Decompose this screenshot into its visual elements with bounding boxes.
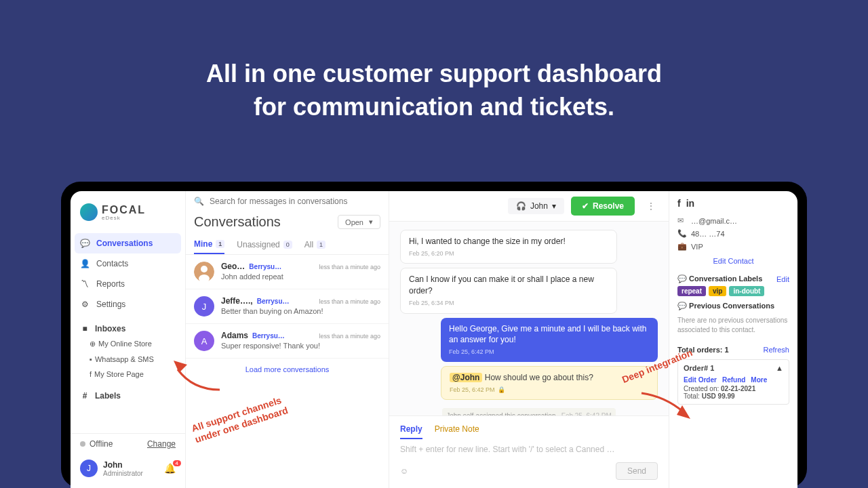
user-name: John [103, 460, 143, 470]
status-dot-icon [80, 441, 85, 447]
system-message: John self-assigned this conversation Feb… [442, 408, 615, 415]
app-frame: FOCAL eDesk 💬 Conversations 👤 Contacts 〽… [61, 182, 807, 488]
sms-icon: ▪ [90, 355, 92, 363]
chat-column: 🎧 John ▾ ✔ Resolve ⋮ Hi, I wanted to cha… [389, 191, 669, 488]
conversation-tabs: Mine1 Unassigned0 All1 [186, 235, 389, 255]
edit-order-link[interactable]: Edit Order [684, 376, 717, 384]
order-toggle[interactable]: Order# 1▲ [684, 364, 783, 372]
details-column: f in ✉…@gmail.c… 📞48… …74 💼VIP Edit Cont… [669, 191, 797, 488]
chart-icon: 〽 [80, 279, 90, 289]
label-repeat[interactable]: repeat [677, 286, 706, 296]
sliders-icon: ⚙ [80, 300, 90, 309]
inbox-whatsapp-sms[interactable]: ▪Whatsapp & SMS [71, 352, 185, 367]
status-row: Offline Change [71, 433, 185, 454]
chat-header: 🎧 John ▾ ✔ Resolve ⋮ [389, 191, 669, 222]
nav-contacts[interactable]: 👤 Contacts [71, 253, 185, 274]
conversation-item[interactable]: J Jeffe….,Berrysu…less than a minute ago… [186, 289, 389, 324]
order-more-link[interactable]: More [751, 376, 767, 384]
assignee-dropdown[interactable]: 🎧 John ▾ [508, 198, 564, 214]
nav-conversations[interactable]: 💬 Conversations [75, 233, 181, 253]
chevron-up-icon: ▲ [776, 364, 783, 372]
briefcase-icon: 💼 [677, 242, 686, 251]
reply-input[interactable]: Shift + enter for new line. Start with '… [400, 445, 658, 458]
send-button[interactable]: Send [616, 462, 658, 480]
chevron-down-icon: ▾ [552, 201, 556, 211]
tab-private-note[interactable]: Private Note [435, 422, 479, 439]
refresh-orders-link[interactable]: Refresh [763, 346, 789, 354]
globe-icon: ⊕ [90, 340, 96, 348]
tab-mine[interactable]: Mine1 [194, 235, 224, 254]
label-in-doubt[interactable]: in-doubt [729, 286, 764, 296]
reply-tabs: Reply Private Note [389, 415, 669, 439]
nav-inboxes-header[interactable]: ■ Inboxes [71, 314, 185, 336]
avatar: J [194, 296, 214, 317]
conversation-item[interactable]: A AdamsBerrysu…less than a minute ago Su… [186, 324, 389, 359]
check-icon: ✔ [582, 201, 589, 211]
conversations-column: 🔍 Conversations Open▾ Mine1 Unassigned0 … [186, 191, 389, 488]
inbox-online-store[interactable]: ⊕My Online Store [71, 336, 185, 352]
labels-header: 💬 Conversation Labels Edit [677, 269, 789, 286]
app: FOCAL eDesk 💬 Conversations 👤 Contacts 〽… [71, 191, 797, 488]
label-vip[interactable]: vip [709, 286, 726, 296]
tab-reply[interactable]: Reply [400, 422, 422, 439]
more-menu-button[interactable]: ⋮ [642, 199, 660, 214]
message-inbound: Can I know if you can make it or shall I… [400, 268, 617, 313]
emoji-icon[interactable]: ☺ [400, 466, 408, 476]
contact-phone: 48… …74 [691, 230, 725, 238]
search-icon: 🔍 [194, 197, 204, 206]
contact-email: …@gmail.c… [691, 217, 737, 225]
logo-text: FOCAL [102, 204, 146, 216]
folder-icon: ■ [80, 324, 90, 333]
nav-settings[interactable]: ⚙ Settings [71, 294, 185, 314]
sidebar: FOCAL eDesk 💬 Conversations 👤 Contacts 〽… [71, 191, 186, 488]
prev-conv-header: 💬 Previous Conversations [677, 296, 789, 313]
nav-labels-header[interactable]: # Labels [71, 382, 185, 403]
labels: repeat vip in-doubt [677, 286, 789, 296]
conversations-title: Conversations [194, 214, 281, 230]
hero-title: All in one customer support dashboard fo… [0, 0, 868, 123]
orders-header: Total orders: 1 Refresh [677, 340, 789, 357]
conversation-item[interactable]: Geo…Berrysu…less than a minute ago John … [186, 255, 389, 289]
facebook-icon[interactable]: f [677, 198, 681, 209]
user-row[interactable]: J John Administrator 🔔4 [71, 454, 185, 483]
order-created: Created on: 02-21-2021 [684, 385, 783, 392]
social-row: f in [677, 198, 789, 209]
logo: FOCAL eDesk [71, 197, 185, 233]
tab-all[interactable]: All1 [304, 235, 326, 254]
tab-unassigned[interactable]: Unassigned0 [237, 235, 292, 254]
mention: @John [450, 373, 482, 382]
person-icon: 👤 [80, 259, 90, 268]
hash-icon: # [80, 391, 90, 401]
refund-link[interactable]: Refund [722, 376, 745, 384]
resolve-button[interactable]: ✔ Resolve [571, 197, 635, 216]
headset-icon: 🎧 [516, 201, 526, 211]
chat-icon: 💬 [677, 302, 687, 310]
status-change-link[interactable]: Change [147, 439, 176, 449]
edit-labels-link[interactable]: Edit [776, 275, 789, 283]
order-total: Total: USD 99.99 [684, 392, 783, 400]
phone-icon: 📞 [677, 229, 686, 238]
linkedin-icon[interactable]: in [686, 198, 694, 209]
nav-reports[interactable]: 〽 Reports [71, 274, 185, 294]
avatar: J [80, 460, 98, 477]
search-input[interactable] [210, 197, 380, 206]
bell-badge: 4 [173, 460, 181, 466]
avatar [194, 262, 214, 282]
chat-icon: 💬 [677, 274, 687, 283]
contact-tier: VIP [691, 243, 703, 251]
edit-contact-link[interactable]: Edit Contact [677, 253, 789, 269]
message-private-note: @John How should we go about this? Feb 2… [441, 366, 658, 400]
chevron-down-icon: ▾ [369, 218, 373, 226]
email-icon: ✉ [677, 216, 686, 225]
inbox-store-page[interactable]: fMy Store Page [71, 367, 185, 382]
message-outbound: Hello George, Give me a minute and I wil… [441, 318, 658, 362]
load-more-link[interactable]: Load more conversations [186, 359, 389, 380]
message-inbound: Hi, I wanted to change the size in my or… [400, 230, 617, 264]
status-filter-dropdown[interactable]: Open▾ [338, 215, 380, 229]
search-row: 🔍 [186, 191, 389, 211]
avatar: A [194, 331, 214, 351]
chat-icon: 💬 [80, 239, 90, 248]
messages: Hi, I wanted to change the size in my or… [389, 222, 669, 415]
user-role: Administrator [103, 470, 143, 477]
bell-icon[interactable]: 🔔4 [164, 463, 176, 474]
